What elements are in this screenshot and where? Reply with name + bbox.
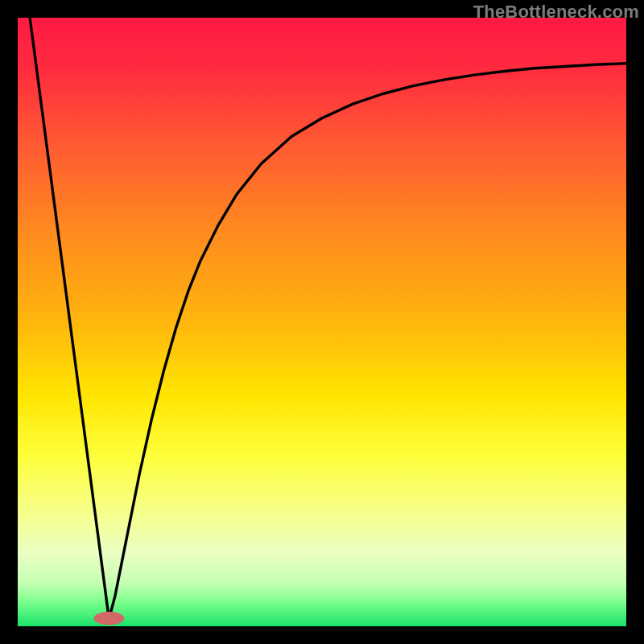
watermark-label: TheBottleneck.com xyxy=(473,2,639,23)
chart-background xyxy=(18,18,626,626)
chart-svg xyxy=(18,18,626,626)
minimum-marker xyxy=(94,612,125,625)
marker-group xyxy=(94,612,125,625)
plot-area xyxy=(18,18,626,626)
chart-container: TheBottleneck.com xyxy=(0,0,644,644)
